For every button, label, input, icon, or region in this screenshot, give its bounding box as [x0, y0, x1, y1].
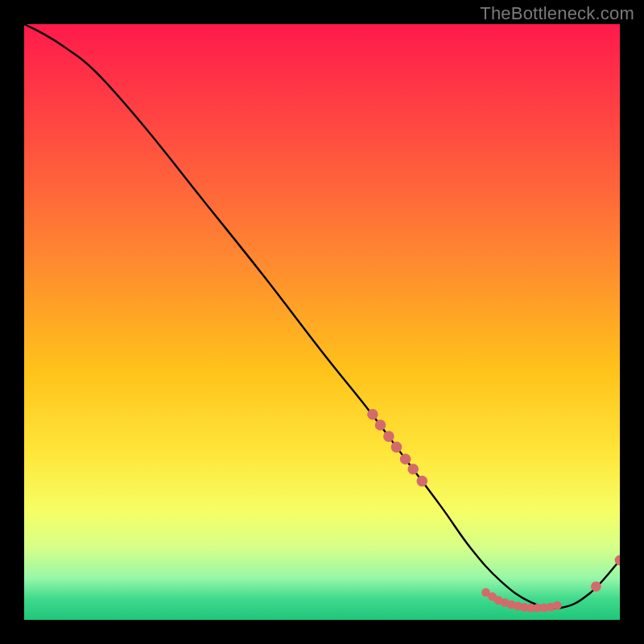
data-marker [553, 601, 562, 610]
data-marker [367, 409, 378, 420]
data-marker [391, 442, 402, 453]
data-marker [383, 431, 394, 442]
data-marker [417, 476, 428, 487]
chart-stage: TheBottleneck.com [0, 0, 644, 644]
data-marker [591, 581, 601, 592]
plot-area [24, 24, 620, 620]
bottleneck-chart [24, 24, 620, 620]
data-marker [407, 464, 419, 475]
gradient-background [24, 24, 620, 620]
watermark-text: TheBottleneck.com [480, 3, 634, 24]
data-marker [375, 419, 386, 431]
data-marker [400, 453, 411, 464]
